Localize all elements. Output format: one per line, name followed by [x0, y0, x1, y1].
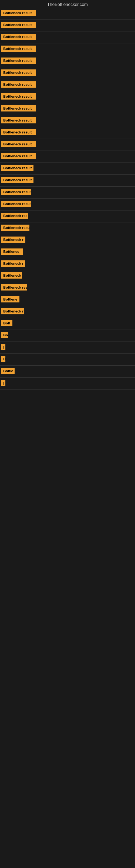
row-divider [0, 234, 135, 235]
bottleneck-row: Bottleneck r [0, 307, 135, 317]
bottleneck-badge[interactable]: Bottlenec [1, 248, 23, 255]
row-divider [0, 294, 135, 294]
bottleneck-row: | [0, 342, 135, 353]
row-divider [0, 43, 135, 43]
row-divider [0, 138, 135, 139]
row-divider [0, 127, 135, 127]
bottleneck-row: Bottleneck result [0, 92, 135, 102]
bottleneck-row: Bottle [0, 366, 135, 377]
bottleneck-row: Bottleneck r [0, 235, 135, 246]
bottleneck-badge[interactable]: Bottleneck result [1, 141, 36, 147]
row-divider [0, 330, 135, 330]
bottleneck-row: Bo [0, 330, 135, 341]
row-divider [0, 270, 135, 270]
row-divider [0, 210, 135, 211]
bottleneck-row: Bottleneck result [0, 32, 135, 42]
row-divider [0, 151, 135, 151]
bottleneck-badge[interactable]: | [1, 344, 5, 350]
bottleneck-row: Bottleneck res [0, 283, 135, 293]
bottleneck-row: Bottleneck result [0, 187, 135, 198]
bottleneck-row: | [0, 378, 135, 389]
row-divider [0, 353, 135, 354]
bottleneck-row: Bottleneck result [0, 223, 135, 234]
bottleneck-badge[interactable]: Bottle [1, 368, 14, 374]
bottleneck-row: Bottleneck result [0, 104, 135, 114]
row-divider [0, 365, 135, 366]
page-wrapper: TheBottlenecker.com Bottleneck resultBot… [0, 0, 135, 390]
bottleneck-badge[interactable]: | [1, 380, 5, 386]
row-divider [0, 19, 135, 20]
bottleneck-badge[interactable]: Bottleneck result [1, 189, 31, 195]
bottleneck-badge[interactable]: Bo [1, 332, 8, 338]
bottleneck-row: Bottleneck result [0, 8, 135, 19]
bottleneck-badge[interactable]: Bottleneck result [1, 45, 36, 52]
bottleneck-row: Bottleneck result [0, 199, 135, 210]
bottleneck-row: Bottleneck res [0, 211, 135, 222]
bottleneck-row: Bottlenec [0, 247, 135, 257]
bottleneck-badge[interactable]: Bottleneck result [1, 153, 36, 159]
bottleneck-badge[interactable]: Bottleneck result [1, 177, 34, 183]
bottleneck-row: Bottleneck result [0, 20, 135, 31]
bottleneck-row: Bottleneck result [0, 68, 135, 79]
bottleneck-badge[interactable]: Bott [1, 320, 12, 326]
row-divider [0, 389, 135, 390]
bottleneck-row: Bottleneck result [0, 56, 135, 66]
bottleneck-badge[interactable]: Bottleneck r [1, 308, 24, 314]
row-divider [0, 246, 135, 246]
row-divider [0, 282, 135, 282]
bottleneck-badge[interactable]: Bottleneck result [1, 165, 34, 171]
row-divider [0, 377, 135, 378]
bottleneck-row: Bottleneck result [0, 175, 135, 186]
row-divider [0, 222, 135, 222]
row-divider [0, 103, 135, 103]
bottleneck-badge[interactable]: Bottlene [1, 296, 19, 303]
bottleneck-badge[interactable]: Bottleneck [1, 272, 22, 279]
site-title: TheBottlenecker.com [0, 0, 135, 8]
bottleneck-row: Bott [0, 318, 135, 329]
row-divider [0, 306, 135, 306]
bottleneck-badge[interactable]: Bottleneck result [1, 93, 36, 99]
bottleneck-badge[interactable]: Bottleneck result [1, 225, 30, 231]
bottleneck-badge[interactable]: Bottleneck result [1, 129, 36, 135]
bottleneck-row: Bottleneck result [0, 116, 135, 126]
bottleneck-row: Bottleneck result [0, 44, 135, 55]
row-divider [0, 67, 135, 67]
row-divider [0, 162, 135, 163]
row-divider [0, 55, 135, 55]
row-divider [0, 186, 135, 187]
bottleneck-badge[interactable]: Bottleneck r [1, 260, 25, 267]
bottleneck-row: Bottleneck r [0, 259, 135, 269]
bottleneck-badge[interactable]: Bottleneck result [1, 69, 36, 76]
bottleneck-badge[interactable]: Bottleneck result [1, 10, 36, 16]
bottleneck-row: Bottleneck result [0, 127, 135, 138]
bottleneck-row: Bottleneck result [0, 151, 135, 162]
bottleneck-badge[interactable]: Bottleneck result [1, 105, 36, 112]
bottleneck-badge[interactable]: Bottleneck r [1, 237, 26, 243]
row-divider [0, 341, 135, 342]
bottleneck-row: Bottleneck [0, 271, 135, 281]
bottleneck-row: Bottleneck result [0, 80, 135, 90]
row-divider [0, 79, 135, 79]
bottleneck-badge[interactable]: Bottleneck res [1, 284, 27, 290]
rows-container: Bottleneck resultBottleneck resultBottle… [0, 8, 135, 390]
bottleneck-badge[interactable]: Bottleneck result [1, 82, 36, 88]
bottleneck-row: Bottleneck result [0, 163, 135, 174]
bottleneck-badge[interactable]: Bottleneck result [1, 117, 36, 123]
bottleneck-row: Bottlene [0, 294, 135, 305]
bottleneck-badge[interactable]: Bottleneck result [1, 22, 36, 28]
bottleneck-badge[interactable]: Bottleneck result [1, 34, 36, 40]
bottleneck-badge[interactable]: B [1, 356, 5, 362]
row-divider [0, 198, 135, 198]
bottleneck-badge[interactable]: Bottleneck res [1, 213, 28, 219]
bottleneck-badge[interactable]: Bottleneck result [1, 58, 36, 64]
bottleneck-row: B [0, 354, 135, 365]
bottleneck-row: Bottleneck result [0, 140, 135, 150]
bottleneck-badge[interactable]: Bottleneck result [1, 201, 31, 207]
